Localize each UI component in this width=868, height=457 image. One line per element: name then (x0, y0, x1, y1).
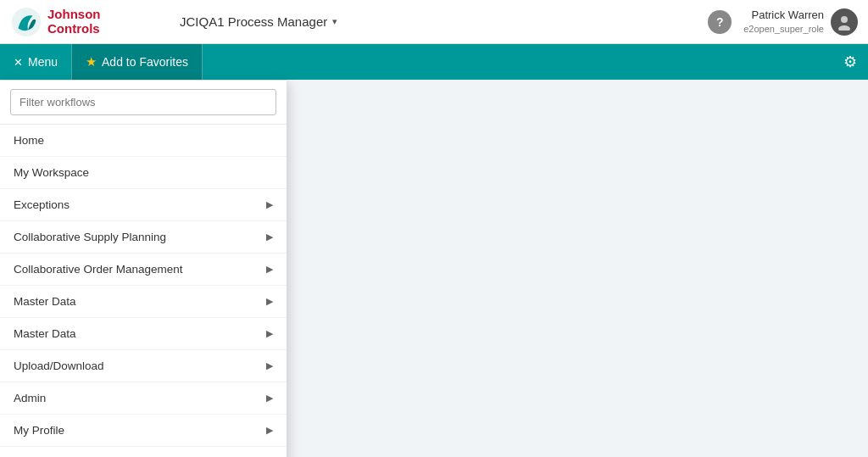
menu-item-upload-download-label: Upload/Download (14, 359, 104, 372)
menu-item-master-data-1-label: Master Data (14, 295, 76, 308)
logo-area: Johnson Controls (10, 6, 180, 38)
header-right: ? Patrick Warren e2open_super_role (708, 8, 858, 36)
menu-item-home[interactable]: Home (0, 125, 287, 157)
settings-icon: ⚙ (843, 53, 857, 71)
app-header: Johnson Controls JCIQA1 Process Manager … (0, 0, 868, 44)
app-title-area[interactable]: JCIQA1 Process Manager ▾ (180, 14, 708, 29)
menu-item-master-data-2-label: Master Data (14, 327, 76, 340)
menu-item-admin-chevron-icon: ▶ (266, 393, 273, 404)
main-content: hain Process Manager. ions provided in t… (0, 80, 868, 457)
menu-item-exceptions-label: Exceptions (14, 198, 70, 211)
menu-item-upload-download[interactable]: Upload/Download ▶ (0, 350, 287, 382)
menu-item-exceptions[interactable]: Exceptions ▶ (0, 189, 287, 221)
menu-item-my-profile-chevron-icon: ▶ (266, 425, 273, 436)
help-button[interactable]: ? (708, 10, 732, 34)
logo-text: Johnson Controls (47, 8, 101, 36)
add-favorites-label: Add to Favorites (102, 55, 188, 69)
menu-item-my-workspace[interactable]: My Workspace (0, 157, 287, 189)
user-avatar-icon (836, 14, 853, 31)
app-title: JCIQA1 Process Manager (180, 14, 327, 29)
user-avatar[interactable] (831, 8, 858, 36)
menu-item-master-data-2-chevron-icon: ▶ (266, 328, 273, 339)
menu-item-com-chevron-icon: ▶ (266, 264, 273, 275)
menu-item-admin-label: Admin (14, 392, 46, 404)
menu-item-csp-chevron-icon: ▶ (266, 231, 273, 242)
star-icon: ★ (86, 54, 97, 70)
user-info: Patrick Warren e2open_super_role (743, 8, 824, 35)
menu-item-admin[interactable]: Admin ▶ (0, 382, 287, 415)
menu-item-master-data-2[interactable]: Master Data ▶ (0, 318, 287, 350)
menu-item-my-workspace-label: My Workspace (14, 166, 89, 179)
menu-item-my-profile[interactable]: My Profile ▶ (0, 415, 287, 447)
menu-item-collaborative-supply-planning[interactable]: Collaborative Supply Planning ▶ (0, 221, 287, 254)
menu-item-master-data-1[interactable]: Master Data ▶ (0, 286, 287, 318)
settings-button[interactable]: ⚙ (832, 44, 868, 80)
filter-workflows-input[interactable] (10, 89, 276, 115)
menu-button[interactable]: ✕ Menu (0, 44, 71, 80)
menu-item-collaborative-order-management[interactable]: Collaborative Order Management ▶ (0, 254, 287, 286)
svg-point-2 (838, 25, 850, 31)
menu-item-my-profile-label: My Profile (14, 424, 64, 437)
menu-item-exceptions-chevron-icon: ▶ (266, 199, 273, 210)
navigation-menu: Home My Workspace Exceptions ▶ Collabora… (0, 80, 287, 457)
toolbar: ✕ Menu ★ Add to Favorites ⚙ (0, 44, 868, 80)
user-name: Patrick Warren (743, 8, 824, 23)
user-menu[interactable]: Patrick Warren e2open_super_role (743, 8, 858, 36)
menu-item-administration[interactable]: Administration ▶ (0, 447, 287, 457)
filter-input-wrap (0, 81, 287, 125)
add-favorites-button[interactable]: ★ Add to Favorites (71, 44, 203, 80)
menu-item-master-data-1-chevron-icon: ▶ (266, 296, 273, 307)
menu-item-collaborative-supply-planning-label: Collaborative Supply Planning (14, 231, 166, 243)
app-title-chevron-icon: ▾ (332, 16, 337, 27)
johnson-controls-logo-icon (10, 6, 42, 38)
close-icon: ✕ (14, 56, 23, 69)
menu-item-home-label: Home (14, 134, 44, 147)
svg-point-1 (841, 16, 848, 23)
user-role: e2open_super_role (743, 23, 824, 35)
menu-item-upload-download-chevron-icon: ▶ (266, 360, 273, 371)
menu-label: Menu (28, 55, 58, 69)
menu-item-collaborative-order-management-label: Collaborative Order Management (14, 263, 183, 276)
